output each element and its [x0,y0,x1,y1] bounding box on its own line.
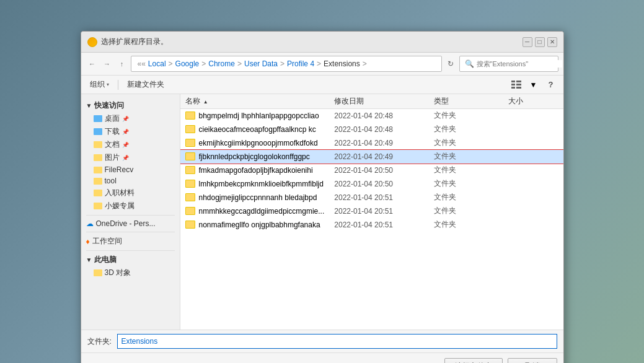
file-date-cell: 2022-01-04 20:49 [334,139,434,147]
file-rows-container: bhgmpelmdj lhphhlanlpappgopccliao 2022-0… [180,109,563,232]
breadcrumb-extensions: Extensions [324,59,360,68]
close-button[interactable]: ✕ [547,37,557,47]
table-row[interactable]: lmhkpmbekcpmknmklioeibfkpmmfibljd 2022-0… [180,177,563,191]
column-size[interactable]: 大小 [508,96,558,107]
file-name-text: fmkadmapgofadopljbjfkapdkoienihi [199,166,313,175]
file-date-cell: 2022-01-04 20:48 [334,112,434,120]
svg-rect-1 [516,81,521,82]
file-date-cell: 2022-01-04 20:51 [334,221,434,229]
table-row[interactable]: nhdogjmejiglipccpnnnanh bledajbpd 2022-0… [180,191,563,204]
sidebar-item-documents[interactable]: 文档 📌 [81,138,180,151]
up-button[interactable]: ↑ [116,58,128,70]
breadcrumb-google[interactable]: Google [175,59,200,68]
sidebar: ▼ 快速访问 桌面 📌 下载 📌 文档 📌 [81,94,180,330]
sidebar-workspace[interactable]: ♦ 工作空间 [81,235,180,248]
pc-header[interactable]: ▼ 此电脑 [81,253,180,266]
file-type-cell: 文件夹 [434,110,508,121]
file-type-cell: 文件夹 [434,151,508,162]
organize-button[interactable]: 组织 ▾ [86,78,113,91]
file-type-cell: 文件夹 [434,206,508,216]
folder-icon [185,221,195,229]
svg-rect-5 [516,87,521,89]
view-dropdown-button[interactable]: ▼ [526,79,541,91]
maximize-button[interactable]: □ [535,37,545,47]
quick-access-header[interactable]: ▼ 快速访问 [81,99,180,112]
pc-label: 此电脑 [94,255,117,265]
view-options-button[interactable] [509,79,524,91]
column-name-label: 名称 [185,97,200,105]
svg-rect-3 [516,84,521,85]
column-date-label: 修改日期 [334,97,364,105]
table-row[interactable]: nmmhkkegccagdldgiimedpiccmgmie... 2022-0… [180,204,563,218]
sidebar-item-tool[interactable]: tool [81,175,180,186]
sidebar-separator-2 [86,232,175,232]
help-button[interactable]: ? [544,79,558,91]
table-row[interactable]: ekmijhkcgiimklpgnooopjmmofkdfokd 2022-01… [180,136,563,150]
breadcrumb-prefix: «« [138,59,146,68]
sidebar-item-downloads[interactable]: 下载 📌 [81,125,180,138]
file-type-cell: 文件夹 [434,219,508,230]
organize-arrow: ▾ [107,82,109,87]
file-type-cell: 文件夹 [434,138,508,148]
svg-rect-4 [511,87,515,89]
file-name-cell: nonmafimegllfo onjgplbabhmgfanaka [185,221,335,229]
new-folder-button[interactable]: 新建文件夹 [123,78,168,91]
title-bar: 选择扩展程序目录。 ─ □ ✕ [81,32,563,53]
table-row[interactable]: fjbknnledpckpbjcglogolokonffggpc 2022-01… [180,150,563,164]
tool-folder-icon [94,178,102,185]
help-icon: ? [549,80,554,89]
toolbar-right: ▼ ? [509,79,558,91]
svg-rect-2 [511,84,515,85]
file-name-cell: bhgmpelmdj lhphhlanlpappgopccliao [185,112,335,120]
table-row[interactable]: bhgmpelmdj lhphhlanlpappgopccliao 2022-0… [180,109,563,123]
breadcrumb-bar: «« Local > Google > Chrome > User Data >… [131,56,442,72]
column-date[interactable]: 修改日期 [334,96,434,107]
search-input[interactable] [477,60,562,68]
sidebar-item-desktop[interactable]: 桌面 📌 [81,112,180,125]
file-name-cell: fmkadmapgofadopljbjfkapdkoienihi [185,166,335,175]
sidebar-onedrive[interactable]: ☁ OneDrive - Pers... [81,218,180,229]
quick-access-arrow: ▼ [86,102,92,109]
file-type-cell: 文件夹 [434,178,508,189]
sidebar-item-tool-label: tool [105,177,117,185]
refresh-button[interactable]: ↻ [444,58,457,70]
sidebar-item-desktop-label: 桌面 [105,113,120,124]
sidebar-item-onboarding[interactable]: 入职材料 [81,186,180,199]
sidebar-item-special-label: 小嫒专属 [105,201,135,211]
breadcrumb-local[interactable]: Local [148,59,166,68]
file-name-text: lmhkpmbekcpmknmklioeibfkpmmfibljd [199,180,324,188]
pc-arrow: ▼ [86,256,92,263]
sidebar-item-pictures[interactable]: 图片 📌 [81,151,180,164]
special-folder-icon [94,203,102,209]
file-type-cell: 文件夹 [434,124,508,134]
sidebar-item-3d[interactable]: 3D 对象 [81,266,180,279]
breadcrumb-chrome[interactable]: Chrome [208,59,235,68]
back-button[interactable]: ← [86,58,99,70]
file-date-cell: 2022-01-04 20:49 [334,152,434,161]
sidebar-separator-1 [86,215,175,216]
forward-button[interactable]: → [101,58,113,70]
table-row[interactable]: nonmafimegllfo onjgplbabhmgfanaka 2022-0… [180,218,563,232]
minimize-button[interactable]: ─ [523,37,532,47]
sidebar-item-special[interactable]: 小嫒专属 [81,199,180,212]
breadcrumb-profile4[interactable]: Profile 4 [287,59,314,68]
pin-icon-pictures: 📌 [122,155,129,161]
column-name[interactable]: 名称 ▲ [185,96,335,107]
cancel-button[interactable]: 取消 [508,358,557,363]
file-dialog: 选择扩展程序目录。 ─ □ ✕ ← → ↑ «« Local > Google … [81,31,564,363]
file-date-cell: 2022-01-04 20:50 [334,166,434,175]
table-row[interactable]: fmkadmapgofadopljbjfkapdkoienihi 2022-01… [180,164,563,177]
sort-arrow: ▲ [203,99,208,105]
file-name-text: cieikaeocafmceoapfogpffaalkncp kc [199,125,316,134]
action-bar: 选择文件夹 取消 [81,352,563,363]
file-name-cell: nhdogjmejiglipccpnnnanh bledajbpd [185,193,335,202]
breadcrumb-userdata[interactable]: User Data [244,59,278,68]
folder-input[interactable] [117,334,557,349]
table-row[interactable]: cieikaeocafmceoapfogpffaalkncp kc 2022-0… [180,123,563,136]
onedrive-label: OneDrive - Pers... [96,219,156,228]
file-list-header: 名称 ▲ 修改日期 类型 大小 [180,94,563,109]
select-folder-button[interactable]: 选择文件夹 [444,358,503,363]
column-type[interactable]: 类型 [434,96,508,107]
pin-icon-desktop: 📌 [122,116,129,122]
sidebar-item-filerecv[interactable]: FileRecv [81,164,180,175]
